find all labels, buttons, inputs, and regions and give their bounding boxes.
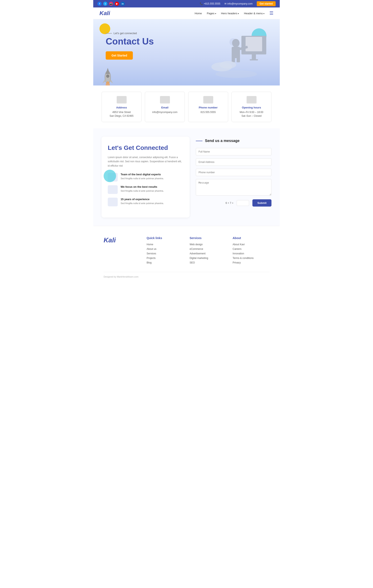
hero-section: Let's get connected Contact Us Get Start… xyxy=(93,19,280,85)
svg-point-20 xyxy=(216,70,257,78)
feature-2-title: We focus on the best results xyxy=(121,185,164,188)
hero-cta-button[interactable]: Get Started xyxy=(106,51,133,60)
footer-link-blog[interactable]: Blog xyxy=(147,261,184,264)
hamburger-icon[interactable]: ☰ xyxy=(269,10,274,16)
nav-header-menu[interactable]: Header & menu xyxy=(244,12,264,15)
feature-1-title: Team of the best digital experts xyxy=(121,173,164,176)
svg-marker-1 xyxy=(106,68,110,74)
feature-item-1: Team of the best digital experts Sed fri… xyxy=(108,173,183,181)
phone-input[interactable] xyxy=(196,169,272,176)
footer-link-about[interactable]: About us xyxy=(147,248,184,251)
footer-about-kavi[interactable]: About Kavi xyxy=(233,243,270,246)
captcha-text: 6 + 7 = xyxy=(226,202,233,204)
contact-left-desc: Lorem ipsum dolor sit amet, consectetur … xyxy=(108,155,183,168)
feature-2-text: We focus on the best results Sed fringil… xyxy=(121,185,164,193)
footer-service-ads[interactable]: Advertisement xyxy=(190,252,227,255)
footer-services: Services Web design eCommerce Advertisem… xyxy=(190,236,227,266)
footer-copyright: Designed by MarkHendriksen.com xyxy=(104,272,269,278)
info-card-hours: Opening hours Mon–Fri 9:00 – 18:00 Sat–S… xyxy=(231,92,272,122)
captcha-input[interactable] xyxy=(237,200,249,206)
email-card-icon xyxy=(160,96,170,104)
footer-link-projects[interactable]: Projects xyxy=(147,257,184,260)
email-icon: ✉ xyxy=(224,2,227,5)
submit-button[interactable]: Submit xyxy=(252,199,272,207)
contact-left-title: Let's Get Connected xyxy=(108,144,183,151)
phone-group xyxy=(196,169,272,176)
footer-about-terms[interactable]: Terms & conditions xyxy=(233,257,270,260)
footer-about-privacy[interactable]: Privacy xyxy=(233,261,270,264)
navbar: Kali Home Pages Hero headers Header & me… xyxy=(93,8,280,19)
send-message-line xyxy=(196,141,202,141)
feature-2-icon xyxy=(108,185,118,194)
footer-link-services[interactable]: Services xyxy=(147,252,184,255)
nav-home[interactable]: Home xyxy=(195,12,202,15)
phone-value: 815.555.5555 xyxy=(193,110,224,114)
email-value: info@mycompany.com xyxy=(149,110,180,114)
footer-about-innovation[interactable]: Innovation xyxy=(233,252,270,255)
svg-rect-12 xyxy=(250,59,258,60)
full-name-input[interactable] xyxy=(196,148,272,156)
instagram-icon[interactable]: 📷 xyxy=(109,2,113,6)
top-phone: 📞 +815.555.5555 xyxy=(200,2,220,5)
top-cta-button[interactable]: Get started xyxy=(257,1,276,6)
message-textarea[interactable] xyxy=(196,179,272,196)
footer-link-home[interactable]: Home xyxy=(147,243,184,246)
footer-about-careers[interactable]: Careers xyxy=(233,248,270,251)
contact-section-wrapper: Let's Get Connected Lorem ipsum dolor si… xyxy=(93,128,280,226)
feature-1-text: Team of the best digital experts Sed fri… xyxy=(121,173,164,180)
phone-label: Phone number xyxy=(193,106,224,109)
about-title: About xyxy=(233,236,270,240)
feature-item-3: 15 years of experience Sed fringilla nul… xyxy=(108,198,183,206)
svg-point-19 xyxy=(220,61,236,69)
svg-rect-15 xyxy=(232,54,235,62)
feature-1-desc: Sed fringilla nulla id ante pulvinar pha… xyxy=(121,177,164,180)
nav-links: Home Pages Hero headers Header & menu ☰ xyxy=(195,10,274,16)
hours-label: Opening hours xyxy=(236,106,267,109)
nav-hero-headers[interactable]: Hero headers xyxy=(221,12,239,15)
hero-title: Contact Us xyxy=(106,36,185,46)
svg-point-13 xyxy=(232,39,240,47)
form-submit-row: 6 + 7 = Submit xyxy=(196,199,272,207)
footer-service-seo[interactable]: SEO xyxy=(190,261,227,264)
footer-service-ecom[interactable]: eCommerce xyxy=(190,248,227,251)
quick-links-title: Quick links xyxy=(147,236,184,240)
footer-quick-links: Quick links Home About us Services Proje… xyxy=(147,236,184,266)
phone-card-icon xyxy=(203,96,213,104)
hero-text: Let's get connected Contact Us Get Start… xyxy=(106,32,185,60)
rocket-svg xyxy=(99,65,116,85)
hours-icon xyxy=(247,96,257,104)
hero-illustration-svg xyxy=(201,23,272,81)
email-input[interactable] xyxy=(196,158,272,166)
send-message-header: Send us a message xyxy=(196,139,272,143)
hero-illustration xyxy=(201,23,272,81)
top-bar: f t 📷 ▶ in 📞 +815.555.5555 ✉ info@mycomp… xyxy=(93,0,280,8)
footer-about: About About Kavi Careers Innovation Term… xyxy=(233,236,270,266)
feature-3-desc: Sed fringilla nulla id ante pulvinar pha… xyxy=(121,202,164,205)
site-logo[interactable]: Kali xyxy=(99,10,110,17)
services-title: Services xyxy=(190,236,227,240)
footer-grid: Kali Quick links Home About us Services … xyxy=(104,236,269,266)
footer-service-marketing[interactable]: Digital marketing xyxy=(190,257,227,260)
phone-icon: 📞 xyxy=(200,2,203,5)
footer: Kali Quick links Home About us Services … xyxy=(93,226,280,284)
svg-rect-11 xyxy=(252,54,256,59)
feature-item-2: We focus on the best results Sed fringil… xyxy=(108,185,183,194)
nav-pages[interactable]: Pages xyxy=(207,12,216,15)
footer-service-web[interactable]: Web design xyxy=(190,243,227,246)
linkedin-icon[interactable]: in xyxy=(121,2,125,6)
email-label: Email xyxy=(149,106,180,109)
feature-3-text: 15 years of experience Sed fringilla nul… xyxy=(121,198,164,205)
footer-logo-col: Kali xyxy=(104,236,141,266)
contact-section: Let's Get Connected Lorem ipsum dolor si… xyxy=(93,128,280,226)
svg-point-4 xyxy=(106,75,109,78)
address-icon xyxy=(117,96,127,104)
facebook-icon[interactable]: f xyxy=(97,2,101,6)
youtube-icon[interactable]: ▶ xyxy=(115,2,119,6)
address-value: 4953 Vine Street San Diego, CA 92465 xyxy=(106,110,137,118)
footer-logo: Kali xyxy=(104,236,141,244)
hero-subtitle: Let's get connected xyxy=(106,32,185,35)
twitter-icon[interactable]: t xyxy=(103,2,107,6)
message-group xyxy=(196,179,272,196)
teal-circle-decoration xyxy=(104,170,116,182)
contact-right-panel: Send us a message 6 + 7 = Submit xyxy=(196,136,272,218)
